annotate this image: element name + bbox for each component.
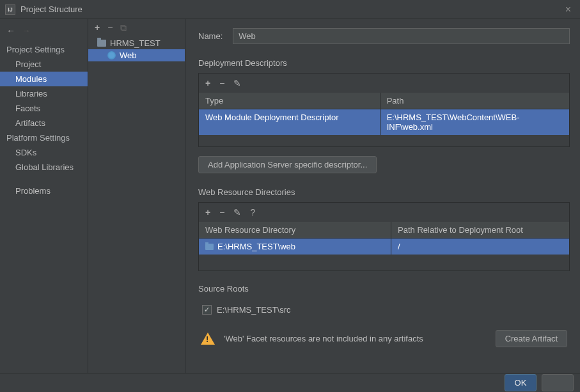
wrd-add-icon[interactable] [205,208,210,217]
nav-facets[interactable]: Facets [0,101,88,116]
titlebar: IJ Project Structure × [0,0,580,19]
forward-icon[interactable]: → [22,26,31,36]
nav-global-libraries[interactable]: Global Libraries [0,160,88,175]
left-sidebar: ← → Project Settings Project Modules Lib… [0,19,88,373]
wrd-col-dir: Web Resource Directory [199,222,391,238]
folder-icon [205,244,214,250]
add-app-server-descriptor-button[interactable]: Add Application Server specific descript… [198,156,377,173]
deployment-descriptors-title: Deployment Descriptors [198,58,570,68]
dd-row-path: E:\HRMS_TEST\WebContent\WEB-INF\web.xml [380,109,569,135]
wrd-edit-icon[interactable] [233,208,241,217]
wrd-remove-icon[interactable] [219,208,224,217]
copy-module-icon[interactable] [120,23,127,32]
tree-module-label: HRMS_TEST [110,38,161,48]
tree-module[interactable]: HRMS_TEST [88,37,185,49]
nav-modules[interactable]: Modules [0,72,88,86]
wrd-row-dir: E:\HRMS_TEST\web [199,239,391,255]
dd-remove-icon[interactable] [219,79,224,88]
project-settings-header: Project Settings [0,42,88,57]
nav-sdks[interactable]: SDKs [0,145,88,160]
create-artifact-button[interactable]: Create Artifact [496,330,567,347]
module-folder-icon [97,40,106,47]
content-pane: Name: Deployment Descriptors Type Path W… [185,19,580,373]
nav-history: ← → [0,23,88,42]
wrd-col-rel: Path Relative to Deployment Root [391,222,569,238]
dialog-button-bar: OK [0,373,580,392]
app-icon: IJ [5,4,15,15]
deployment-descriptors-table: Type Path Web Module Deployment Descript… [198,73,570,147]
tree-toolbar [88,19,185,36]
source-root-path: E:\HRMS_TEST\src [217,305,291,315]
source-root-item[interactable]: ✓ E:\HRMS_TEST\src [198,299,570,321]
wrd-row[interactable]: E:\HRMS_TEST\web / [199,239,569,255]
source-root-checkbox[interactable]: ✓ [202,305,212,315]
ok-button[interactable]: OK [505,374,537,391]
dd-row-type: Web Module Deployment Descriptor [199,109,380,135]
nav-project[interactable]: Project [0,57,88,72]
tree-facet-label: Web [120,51,137,60]
dd-add-icon[interactable] [205,79,210,88]
nav-libraries[interactable]: Libraries [0,86,88,101]
wrd-help-icon[interactable] [250,208,255,217]
secondary-button[interactable] [542,374,574,391]
dd-col-path: Path [380,93,569,109]
window-title: Project Structure [20,4,561,14]
facet-name-input[interactable] [233,28,570,44]
back-icon[interactable]: ← [6,26,15,36]
dd-row[interactable]: Web Module Deployment Descriptor E:\HRMS… [199,109,569,135]
warning-icon [201,333,215,345]
tree-facet-web[interactable]: Web [88,49,185,61]
web-resource-dirs-table: Web Resource Directory Path Relative to … [198,202,570,271]
platform-settings-header: Platform Settings [0,130,88,145]
dd-col-type: Type [199,93,380,109]
source-roots-title: Source Roots [198,284,570,294]
close-icon[interactable]: × [561,4,575,15]
warning-row: 'Web' Facet resources are not included i… [198,321,570,350]
wrd-row-rel: / [391,239,569,255]
web-facet-icon [107,51,116,59]
nav-artifacts[interactable]: Artifacts [0,116,88,130]
add-module-icon[interactable] [95,23,100,32]
web-resource-dirs-title: Web Resource Directories [198,187,570,197]
name-label: Name: [198,31,223,41]
module-tree-panel: HRMS_TEST Web [88,19,185,373]
remove-module-icon[interactable] [107,23,113,32]
dd-edit-icon[interactable] [233,79,241,88]
warning-message: 'Web' Facet resources are not included i… [224,334,487,343]
nav-problems[interactable]: Problems [0,184,88,198]
